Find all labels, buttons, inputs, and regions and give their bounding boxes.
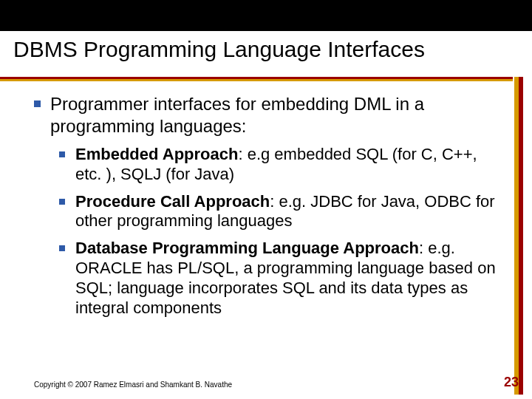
square-bullet-icon <box>34 100 41 107</box>
item-label: Embedded Approach <box>75 145 238 163</box>
item-label: Database Programming Language Approach <box>75 239 419 257</box>
square-bullet-icon <box>59 199 65 205</box>
square-bullet-icon <box>59 245 65 251</box>
intro-text: Programmer interfaces for embedding DML … <box>50 94 424 136</box>
page-number: 23 <box>504 375 519 390</box>
slide-title: DBMS Programming Language Interfaces <box>13 37 519 62</box>
divider <box>0 77 523 87</box>
item-label: Procedure Call Approach <box>75 192 270 211</box>
copyright-text: Copyright © 2007 Ramez Elmasri and Shamk… <box>34 381 232 389</box>
bullet-level2: Procedure Call Approach: e.g. JDBC for J… <box>59 192 502 232</box>
bullet-level2: Database Programming Language Approach: … <box>59 239 502 318</box>
square-bullet-icon <box>59 151 65 157</box>
bullet-level1: Programmer interfaces for embedding DML … <box>34 93 502 137</box>
slide-body: Programmer interfaces for embedding DML … <box>34 93 502 323</box>
slide: DBMS Programming Language Interfaces Pro… <box>0 0 532 399</box>
top-bar <box>0 0 532 31</box>
bullet-level2: Embedded Approach: e.g embedded SQL (for… <box>59 145 502 185</box>
